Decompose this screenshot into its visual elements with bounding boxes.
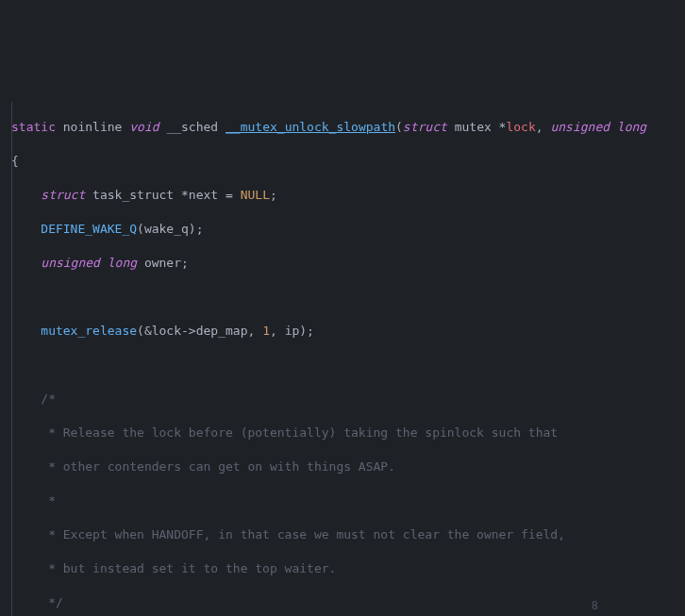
fn-def: __mutex_unlock_slowpath xyxy=(226,120,395,134)
code-line: * other contenders can get on with thing… xyxy=(11,458,685,475)
code-line: * xyxy=(11,492,685,509)
code-line: */ xyxy=(11,594,685,611)
code-line: mutex_release(&lock->dep_map, 1, ip); xyxy=(11,323,685,340)
code-line: * but instead set it to the top waiter. xyxy=(11,560,685,577)
code-line: * Except when HANDOFF, in that case we m… xyxy=(11,526,685,543)
code-line xyxy=(11,289,685,306)
code-line: { xyxy=(11,153,685,170)
code-line: /* xyxy=(11,391,685,408)
code-line: static noinline void __sched __mutex_unl… xyxy=(11,119,685,136)
code-line xyxy=(11,357,685,374)
page-number: 8 xyxy=(592,597,598,614)
code-line: struct task_struct *next = NULL; xyxy=(11,187,685,204)
code-line: DEFINE_WAKE_Q(wake_q); xyxy=(11,221,685,238)
code-editor[interactable]: static noinline void __sched __mutex_unl… xyxy=(0,85,685,616)
code-line: * Release the lock before (potentially) … xyxy=(11,425,685,441)
code-line: unsigned long owner; xyxy=(11,255,685,272)
